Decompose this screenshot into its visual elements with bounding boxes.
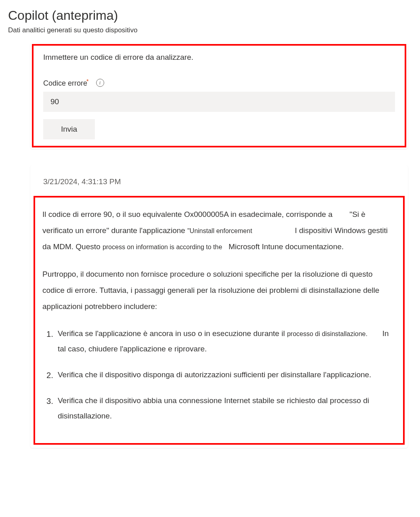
result-paragraph-2: Purtroppo, il documento non fornisce pro… [42, 266, 396, 315]
result-steps-list: Verifica se l'applicazione è ancora in u… [42, 326, 396, 424]
result-card: 3/21/2024, 4:31:13 PM Il codice di error… [30, 165, 408, 448]
page-subtitle: Dati analitici generati su questo dispos… [8, 26, 412, 34]
instruction-text: Immettere un codice di errore da analizz… [43, 53, 395, 62]
error-code-label: Codice errore [43, 79, 87, 87]
submit-button[interactable]: Invia [43, 119, 95, 139]
result-paragraph-1: Il codice di errore 90, o il suo equival… [42, 206, 396, 255]
list-item: Verifica che il dispositivo abbia una co… [58, 393, 396, 424]
result-timestamp: 3/21/2024, 4:31:13 PM [43, 177, 405, 186]
p1-text: Microsoft Intune documentazione. [229, 242, 344, 251]
page-title: Copilot (anteprima) [8, 8, 412, 23]
list-item: Verifica che il dispositivo disponga di … [58, 367, 396, 382]
li1-text: processo di disinstallazione. [287, 330, 368, 337]
result-content-highlight: Il codice di errore 90, o il suo equival… [34, 196, 405, 444]
field-label-row: Codice errore* i [43, 78, 395, 88]
p1-text: process on information is according to t… [103, 244, 222, 250]
result-text: Il codice di errore 90, o il suo equival… [42, 206, 396, 423]
list-item: Verifica se l'applicazione è ancora in u… [58, 326, 396, 357]
input-card: Immettere un codice di errore da analizz… [30, 42, 408, 149]
input-card-highlight: Immettere un codice di errore da analizz… [32, 44, 406, 147]
info-icon[interactable]: i [96, 79, 104, 87]
error-code-input[interactable] [43, 92, 395, 112]
li1-text: Verifica se l'applicazione è ancora in u… [58, 329, 287, 338]
p1-text: "Uninstall enforcement [187, 227, 252, 234]
required-asterisk: * [86, 78, 88, 84]
p1-text: Il codice di errore 90, o il suo equival… [42, 210, 335, 219]
